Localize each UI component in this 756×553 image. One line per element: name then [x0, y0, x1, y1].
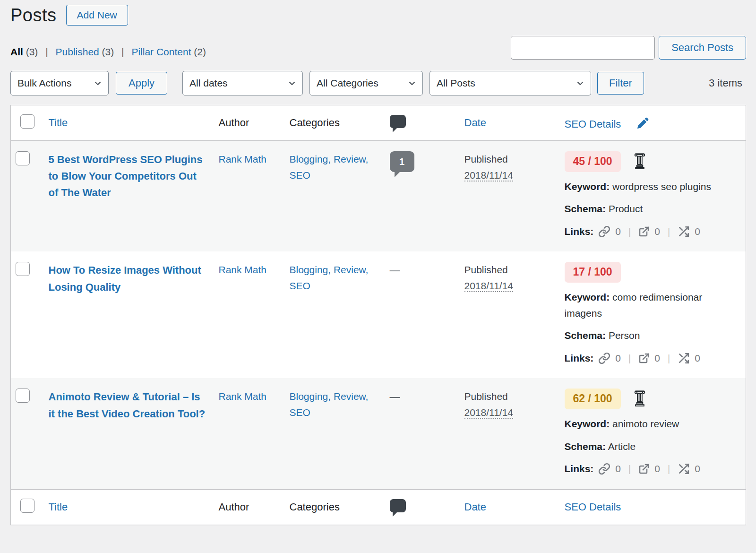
edit-pencil-icon[interactable]	[636, 116, 650, 130]
pillar-content-icon	[633, 151, 646, 169]
sort-date-header[interactable]: Date	[464, 117, 486, 129]
categories-header: Categories	[285, 105, 385, 141]
post-title-link[interactable]: 5 Best WordPress SEO Plugins to Blow You…	[49, 151, 209, 201]
external-links-count: 0	[654, 350, 660, 366]
dates-filter-select[interactable]: All dates	[182, 71, 303, 95]
page-header: Posts Add New	[10, 5, 746, 26]
comment-count-bubble[interactable]: 1	[390, 151, 414, 172]
author-header: Author	[214, 489, 285, 525]
sort-seo-details-header[interactable]: SEO Details	[565, 501, 621, 513]
post-title-link[interactable]: How To Resize Images Without Losing Qual…	[49, 262, 209, 295]
schema-label: Schema:	[565, 203, 606, 214]
row-checkbox[interactable]	[16, 262, 30, 276]
external-links-icon	[638, 463, 650, 475]
internal-links-count: 0	[615, 350, 621, 366]
links-label: Links:	[565, 461, 594, 477]
category-links[interactable]: Blogging, Review, SEO	[290, 264, 369, 291]
redirect-links-icon	[678, 463, 690, 475]
row-checkbox[interactable]	[16, 151, 30, 165]
seo-score-badge: 17 / 100	[565, 262, 621, 283]
post-status: Published	[464, 264, 508, 275]
category-links[interactable]: Blogging, Review, SEO	[290, 391, 369, 418]
no-comments-dash: —	[390, 264, 400, 276]
schema-value: Person	[609, 330, 640, 341]
post-status: Published	[464, 391, 508, 402]
external-links-count: 0	[654, 224, 660, 240]
author-header: Author	[214, 105, 285, 141]
items-count: 3 items	[709, 77, 746, 89]
post-date: 2018/11/14	[464, 407, 514, 419]
chevron-down-icon	[576, 78, 585, 88]
search-input[interactable]	[511, 36, 655, 60]
external-links-icon	[638, 226, 650, 237]
post-status: Published	[464, 154, 508, 164]
redirect-links-count: 0	[695, 461, 700, 477]
internal-links-icon	[598, 352, 610, 364]
table-footer: Title Author Categories Date SEO Details	[11, 489, 746, 525]
links-label: Links:	[565, 350, 594, 366]
row-checkbox[interactable]	[16, 389, 30, 403]
schema-label: Schema:	[565, 330, 606, 341]
filter-button[interactable]: Filter	[597, 72, 644, 95]
pillar-content-icon	[633, 389, 646, 406]
comments-icon	[390, 499, 406, 512]
select-all-checkbox[interactable]	[20, 499, 34, 513]
bulk-actions-select[interactable]: Bulk Actions	[10, 71, 109, 95]
sort-title-header[interactable]: Title	[49, 501, 68, 513]
author-link[interactable]: Rank Math	[219, 264, 267, 275]
comments-icon	[390, 115, 406, 128]
post-date: 2018/11/14	[464, 280, 514, 292]
author-link[interactable]: Rank Math	[219, 391, 267, 402]
keyword-label: Keyword:	[565, 181, 610, 192]
internal-links-icon	[598, 463, 610, 475]
sort-date-header[interactable]: Date	[464, 501, 486, 513]
schema-value: Article	[608, 441, 636, 452]
author-link[interactable]: Rank Math	[219, 154, 267, 164]
apply-button[interactable]: Apply	[116, 72, 167, 95]
view-pillar-content[interactable]: Pillar Content (2)	[131, 46, 206, 57]
external-links-icon	[638, 353, 650, 364]
seo-score-badge: 62 / 100	[565, 389, 621, 409]
view-separator: |	[45, 46, 48, 57]
select-all-checkbox[interactable]	[20, 114, 34, 129]
sort-seo-details-header[interactable]: SEO Details	[565, 118, 621, 130]
search-posts-button[interactable]: Search Posts	[659, 36, 746, 60]
redirect-links-icon	[678, 352, 690, 364]
redirect-links-count: 0	[695, 350, 700, 366]
keyword-value: wordpress seo plugins	[612, 181, 711, 192]
internal-links-count: 0	[615, 461, 621, 477]
search-box: Search Posts	[511, 36, 746, 60]
no-comments-dash: —	[390, 391, 400, 403]
view-published[interactable]: Published (3)	[56, 46, 114, 57]
table-row: 5 Best WordPress SEO Plugins to Blow You…	[11, 141, 746, 252]
chevron-down-icon	[93, 78, 103, 88]
add-new-button[interactable]: Add New	[66, 5, 128, 26]
table-row: Animoto Review & Tutorial – Is it the Be…	[11, 378, 746, 489]
seo-score-badge: 45 / 100	[565, 151, 621, 172]
post-date: 2018/11/14	[464, 170, 514, 181]
redirect-links-icon	[678, 225, 690, 238]
page-title: Posts	[10, 5, 57, 26]
external-links-count: 0	[654, 461, 660, 477]
view-separator: |	[121, 46, 124, 57]
post-title-link[interactable]: Animoto Review & Tutorial – Is it the Be…	[49, 389, 209, 422]
schema-value: Product	[609, 203, 643, 214]
categories-filter-select[interactable]: All Categories	[309, 71, 423, 95]
chevron-down-icon	[287, 78, 297, 88]
table-row: How To Resize Images Without Losing Qual…	[11, 251, 746, 378]
keyword-value: animoto review	[612, 418, 679, 429]
post-views-filter: All (3) | Published (3) | Pillar Content…	[10, 46, 206, 60]
posts-filter-select[interactable]: All Posts	[430, 71, 591, 95]
keyword-label: Keyword:	[565, 292, 610, 302]
table-toolbar: Bulk Actions Apply All dates All Categor…	[10, 71, 746, 95]
sort-title-header[interactable]: Title	[49, 117, 68, 129]
chevron-down-icon	[407, 78, 417, 88]
internal-links-count: 0	[615, 224, 621, 240]
internal-links-icon	[598, 225, 610, 238]
posts-admin-page: Posts Add New All (3) | Published (3) | …	[0, 0, 756, 525]
category-links[interactable]: Blogging, Review, SEO	[290, 154, 369, 181]
categories-header: Categories	[285, 489, 385, 525]
view-all[interactable]: All (3)	[10, 46, 38, 57]
links-label: Links:	[565, 224, 594, 240]
posts-table: Title Author Categories Date SEO Details…	[10, 105, 746, 525]
